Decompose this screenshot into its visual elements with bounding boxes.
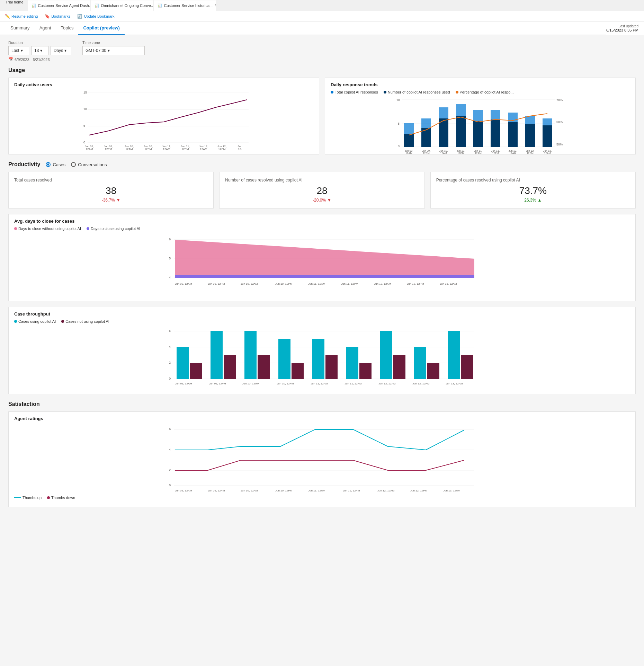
tab-summary[interactable]: Summary: [6, 22, 35, 35]
case-throughput-legend: Cases using copilot AI Cases not using c…: [14, 319, 630, 323]
svg-text:4: 4: [169, 345, 171, 348]
metric-cards: Total cases resolved 38 -36.7% ▼ Number …: [8, 172, 636, 208]
duration-unit-select[interactable]: Days ▾: [51, 46, 71, 55]
usage-section: Usage Daily active users 15 10 5 0: [8, 67, 636, 154]
svg-text:0: 0: [169, 377, 171, 380]
avg-days-legend: Days to close without using copilot AI D…: [14, 227, 630, 231]
productivity-title: Productivity: [8, 161, 40, 168]
svg-rect-44: [404, 134, 414, 147]
radio-cases-circle: [46, 162, 51, 167]
svg-rect-106: [346, 347, 358, 379]
metric-value-2: 73.7%: [436, 185, 630, 196]
svg-rect-97: [190, 363, 202, 379]
arrow-up-icon-2: ▲: [537, 198, 542, 203]
svg-text:Jun 09, 12PM: Jun 09, 12PM: [208, 282, 225, 285]
svg-text:12PM: 12PM: [423, 152, 430, 155]
productivity-section: Productivity Cases Conversations Total c…: [8, 161, 636, 394]
tab-topics[interactable]: Topics: [56, 22, 79, 35]
svg-text:12PM: 12PM: [105, 148, 112, 151]
legend-dot-darkblue: [384, 91, 386, 94]
svg-rect-98: [211, 331, 223, 379]
chevron-down-icon: ▾: [21, 48, 23, 53]
tab-close-button[interactable]: ✕: [215, 3, 216, 7]
daily-active-users-title: Daily active users: [14, 82, 313, 87]
svg-text:6: 6: [169, 427, 171, 431]
legend-dot-blue: [331, 91, 333, 94]
avg-days-svg: 6 5 4 Jun 09, 12AM Jun 09, 12PM Jun 10, …: [14, 233, 630, 296]
tab-omnichannel[interactable]: 📊 Omnichannel Ongoing Conve...: [91, 0, 153, 11]
daily-active-users-svg: 15 10 5 0 Jun 09, 12AM Jun 09, 12PM: [14, 90, 313, 149]
svg-text:12PM: 12PM: [218, 148, 226, 151]
tab-home[interactable]: Trial home: [1, 0, 28, 11]
tab-customer-service-agent[interactable]: 📊 Customer Service Agent Dash...: [28, 0, 90, 11]
svg-rect-102: [278, 339, 290, 379]
agent-ratings-svg: 6 4 2 0 Jun 09, 12AM Jun 09, 12PM Jun 10…: [14, 424, 630, 493]
duration-value-select[interactable]: 13 ▾: [31, 46, 48, 55]
svg-text:50%: 50%: [556, 143, 563, 146]
tab-agent[interactable]: Agent: [35, 22, 56, 35]
svg-text:0: 0: [83, 141, 85, 144]
svg-text:10: 10: [83, 107, 87, 111]
svg-rect-101: [258, 355, 270, 379]
svg-text:0: 0: [398, 144, 400, 148]
response-trends-legend: Total copilot AI responses Number of cop…: [331, 90, 630, 94]
metric-change-2: 26.3% ▲: [436, 198, 630, 203]
svg-marker-77: [175, 240, 474, 278]
svg-rect-103: [292, 363, 304, 379]
toolbar: ✏️ Resume editing 🔖 Bookmarks 🔄 Update B…: [0, 11, 644, 21]
bookmarks-button[interactable]: 🔖 Bookmarks: [43, 13, 72, 19]
svg-text:12AM: 12AM: [544, 152, 551, 155]
svg-text:Jun 11, 12PM: Jun 11, 12PM: [345, 382, 362, 385]
calendar-icon: 📅: [8, 57, 13, 62]
radio-cases[interactable]: Cases: [46, 162, 65, 167]
svg-text:Jun 10, 12PM: Jun 10, 12PM: [275, 282, 293, 285]
resume-editing-button[interactable]: ✏️ Resume editing: [3, 13, 39, 19]
svg-text:Jun 10, 12AM: Jun 10, 12AM: [241, 282, 258, 285]
svg-text:12AM: 12AM: [126, 148, 133, 151]
svg-rect-111: [427, 363, 439, 379]
timezone-select[interactable]: GMT-07:00 ▾: [82, 46, 145, 55]
svg-text:Jun 12, 12AM: Jun 12, 12AM: [377, 489, 395, 492]
refresh-icon: 🔄: [77, 14, 82, 19]
legend-dot-purple: [87, 227, 89, 230]
svg-rect-48: [473, 121, 483, 147]
metric-value-0: 38: [14, 185, 208, 196]
svg-rect-112: [448, 331, 460, 379]
duration-period-select[interactable]: Last ▾: [8, 46, 29, 55]
duration-inputs: Last ▾ 13 ▾ Days ▾: [8, 46, 71, 55]
tab-customer-service-historical[interactable]: 📊 Customer Service historica... ✕: [154, 0, 216, 11]
svg-marker-78: [175, 275, 474, 278]
svg-text:Jun 11, 12AM: Jun 11, 12AM: [311, 382, 328, 385]
svg-text:12PM: 12PM: [457, 152, 464, 155]
radio-conversations[interactable]: Conversations: [71, 162, 107, 167]
case-throughput-svg: 6 4 2 0: [14, 326, 630, 389]
svg-text:5: 5: [398, 122, 400, 125]
tab-copilot-preview[interactable]: Copilot (preview): [78, 22, 124, 35]
svg-text:Jun 11, 12AM: Jun 11, 12AM: [308, 489, 325, 492]
svg-text:60%: 60%: [556, 120, 563, 124]
svg-text:Jun 12, 12AM: Jun 12, 12AM: [378, 382, 396, 385]
svg-rect-96: [177, 347, 189, 379]
metric-label-1: Number of cases resolved using copilot A…: [225, 178, 419, 183]
legend-dot-teal: [14, 320, 17, 323]
svg-rect-113: [461, 355, 473, 379]
bookmark-icon: 🔖: [45, 14, 50, 19]
svg-text:2: 2: [169, 361, 171, 364]
svg-rect-110: [414, 347, 426, 379]
metric-card-copilot: Number of cases resolved using copilot A…: [219, 172, 424, 208]
svg-text:Jun 10, 12PM: Jun 10, 12PM: [275, 489, 293, 492]
daily-active-users-chart: Daily active users 15 10 5 0 Jun 09,: [8, 78, 319, 154]
svg-rect-107: [359, 363, 372, 379]
svg-text:2: 2: [169, 468, 171, 472]
legend-thumbs-up: Thumbs up: [14, 496, 42, 500]
tab-icon-1: 📊: [32, 3, 36, 8]
filter-row: Duration Last ▾ 13 ▾ Days ▾ 📅 6/9/2023 -…: [8, 41, 636, 62]
svg-text:Jun 10, 12AM: Jun 10, 12AM: [242, 382, 259, 385]
svg-text:70%: 70%: [556, 98, 563, 102]
svg-text:Jun 12, 12AM: Jun 12, 12AM: [374, 282, 391, 285]
update-bookmark-button[interactable]: 🔄 Update Bookmark: [76, 13, 116, 19]
metric-change-1: -20.0% ▼: [225, 198, 419, 203]
svg-text:Jun 10, 12PM: Jun 10, 12PM: [277, 382, 294, 385]
metric-card-percentage: Percentage of cases resolved using copil…: [430, 172, 636, 208]
svg-text:12AM: 12AM: [163, 148, 170, 151]
